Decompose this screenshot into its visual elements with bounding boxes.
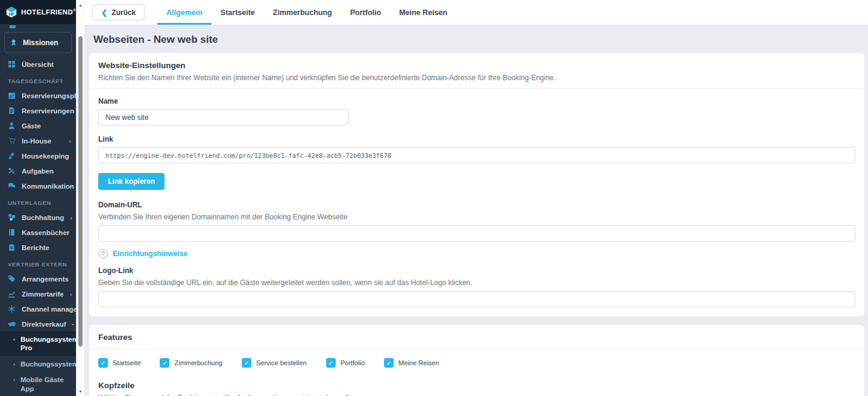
chevron-right-icon: › <box>70 291 72 298</box>
chevron-right-icon: › <box>70 214 72 221</box>
feature-checkbox-startseite[interactable]: ✓Startseite <box>98 358 140 368</box>
setup-instructions-link[interactable]: Einrichtungshinweise <box>113 250 187 258</box>
clipboard-icon <box>8 244 16 251</box>
sidebar-item-aufgaben[interactable]: Aufgaben <box>0 163 76 178</box>
website-settings-card: Website-Einstellungen Richten Sie den Na… <box>89 53 864 316</box>
name-input[interactable] <box>98 109 349 125</box>
link-label: Link <box>98 135 855 143</box>
tag-icon <box>8 275 16 283</box>
chart-icon <box>8 290 16 298</box>
svg-text:HF: HF <box>8 12 14 16</box>
checkbox-icon[interactable]: ✓ <box>326 358 336 368</box>
back-chevron-icon: ❮ <box>101 8 107 17</box>
brand-name: HOTELFRIEND® <box>21 8 76 16</box>
checkbox-icon[interactable]: ✓ <box>384 358 394 368</box>
domain-url-label: Domain-URL <box>98 201 855 209</box>
sidebar-item-missionen[interactable]: Missionen <box>4 32 72 53</box>
sidebar-partial-item <box>10 25 17 30</box>
tab-zimmerbuchung[interactable]: Zimmerbuchung <box>264 0 341 25</box>
sidebar-item--bersicht[interactable]: Übersicht <box>0 57 76 72</box>
main-area: ❮ Zurück AllgemeinStartseiteZimmerbuchun… <box>84 0 868 396</box>
blocks-icon <box>8 213 16 221</box>
logo-link-description: Geben Sie die vollständige URL ein, auf … <box>98 278 855 287</box>
sidebar-item-kassenb-cher[interactable]: Kassenbücher <box>0 225 76 240</box>
feature-checkbox-zimmerbuchung[interactable]: ✓Zimmerbuchung <box>160 358 222 368</box>
tools-icon <box>8 167 16 175</box>
link-input[interactable] <box>98 147 855 163</box>
topbar: ❮ Zurück AllgemeinStartseiteZimmerbuchun… <box>84 0 868 25</box>
tab-portfolio[interactable]: Portfolio <box>341 0 390 25</box>
domain-url-input[interactable] <box>98 225 855 242</box>
sidebar-subitem-mobile-g-ste-app[interactable]: Mobile Gäste App <box>0 372 76 396</box>
sidebar-item-reservierungen[interactable]: Reservierungen <box>0 103 76 118</box>
sidebar-item-zimmertarife[interactable]: Zimmertarife› <box>0 286 76 301</box>
sidebar-item-arrangements[interactable]: Arrangements <box>0 271 76 286</box>
medal-icon <box>10 39 17 46</box>
feature-checkbox-row: ✓Startseite✓Zimmerbuchung✓Service bestel… <box>98 357 855 370</box>
features-title: Features <box>98 333 855 342</box>
sidebar-item-label: Missionen <box>23 39 58 47</box>
sidebar-header: HF HOTELFRIEND® « <box>0 0 76 24</box>
sidebar-nav: Missionen ÜbersichtTAGESGESCHÄFTReservie… <box>0 24 76 396</box>
scrollbar-thumb[interactable] <box>78 36 83 347</box>
checkbox-icon[interactable]: ✓ <box>160 358 169 368</box>
bullet-dot-icon <box>13 339 15 341</box>
sidebar-item-in-house[interactable]: In-House› <box>0 133 76 148</box>
tab-meine-reisen[interactable]: Meine Reisen <box>390 0 456 25</box>
content: Webseiten - New web site Website-Einstel… <box>84 25 868 396</box>
sidebar-section-label: UNTERLAGEN <box>0 193 76 210</box>
sidebar-item-housekeeping[interactable]: Housekeeping <box>0 148 76 163</box>
card-description: Richten Sie den Namen Ihrer Website ein … <box>98 74 855 82</box>
chevron-down-icon: › <box>69 323 76 325</box>
sidebar-subitem-buchungssystem[interactable]: Buchungssystem <box>0 356 76 372</box>
chat-icon <box>8 182 16 190</box>
grid-icon <box>8 60 16 68</box>
sidebar-subitem-buchungssystem-pro[interactable]: Buchungssystem Pro <box>0 332 76 356</box>
megaphone-icon <box>8 320 16 328</box>
app-window: HF HOTELFRIEND® « Missionen ÜbersichtTAG… <box>0 0 868 396</box>
logo-link-input[interactable] <box>98 291 855 307</box>
cart-icon <box>8 137 16 145</box>
broom-icon <box>8 152 16 160</box>
tab-bar: AllgemeinStartseiteZimmerbuchungPortfoli… <box>157 0 456 25</box>
sidebar-nav-list: ÜbersichtTAGESGESCHÄFTReservierungsplanR… <box>0 57 76 396</box>
card-title: Website-Einstellungen <box>98 61 855 70</box>
feature-checkbox-meine-reisen[interactable]: ✓Meine Reisen <box>384 358 439 368</box>
sidebar-item-g-ste[interactable]: Gäste <box>0 118 76 133</box>
sidebar-scrollbar[interactable]: ▲ ▼ <box>76 0 84 396</box>
bullet-dot-icon <box>13 363 15 365</box>
sidebar-item-kommunikation[interactable]: Kommunikation› <box>0 178 76 193</box>
sidebar: HF HOTELFRIEND® « Missionen ÜbersichtTAG… <box>0 0 76 396</box>
checkbox-icon[interactable]: ✓ <box>98 358 108 368</box>
chevron-right-icon: › <box>69 137 71 145</box>
book-icon <box>8 228 16 236</box>
snowflake-icon <box>8 305 16 313</box>
sidebar-item-buchhaltung[interactable]: Buchhaltung› <box>0 210 76 225</box>
features-card: Features ✓Startseite✓Zimmerbuchung✓Servi… <box>89 325 864 396</box>
back-button[interactable]: ❮ Zurück <box>92 4 145 20</box>
checkbox-icon[interactable]: ✓ <box>242 358 251 368</box>
hotelfriend-logo-icon: HF <box>5 5 18 19</box>
tab-startseite[interactable]: Startseite <box>212 0 264 25</box>
sidebar-section-label: VERTRIEB EXTERN <box>0 255 76 271</box>
sidebar-item-direktverkauf[interactable]: Direktverkauf› <box>0 316 76 332</box>
calendar-icon <box>8 92 16 99</box>
tab-allgemein[interactable]: Allgemein <box>157 0 212 25</box>
kopfzeile-title: Kopfzeile <box>98 381 855 390</box>
bullet-dot-icon <box>13 379 15 381</box>
person-icon <box>8 122 16 130</box>
help-icon[interactable]: ? <box>98 249 108 259</box>
sidebar-section-label: TAGESGESCHÄFT <box>0 72 76 88</box>
page-title: Webseiten - New web site <box>89 25 864 53</box>
scroll-up-icon[interactable]: ▲ <box>77 1 84 8</box>
sidebar-item-channel-manager[interactable]: Channel manager <box>0 301 76 316</box>
copy-link-button[interactable]: Link kopieren <box>98 173 165 190</box>
feature-checkbox-service-bestellen[interactable]: ✓Service bestellen <box>242 358 307 368</box>
document-icon <box>8 107 16 115</box>
domain-url-description: Verbinden Sie Ihren eigenen Domainnamen … <box>98 213 855 221</box>
scroll-down-icon[interactable]: ▼ <box>77 388 84 395</box>
sidebar-item-berichte[interactable]: Berichte <box>0 240 76 255</box>
feature-checkbox-portfolio[interactable]: ✓Portfolio <box>326 358 365 368</box>
kopfzeile-description: Wählen Sie aus, welche Funktionen im Kop… <box>98 394 855 396</box>
sidebar-item-reservierungsplan[interactable]: Reservierungsplan <box>0 88 76 103</box>
